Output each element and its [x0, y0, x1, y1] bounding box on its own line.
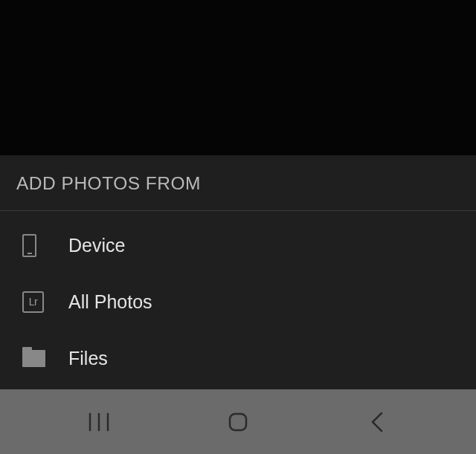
home-button[interactable]	[193, 400, 283, 444]
home-icon	[228, 412, 248, 432]
back-icon	[369, 411, 385, 433]
menu-item-device[interactable]: Device	[0, 217, 476, 273]
sheet-title: ADD PHOTOS FROM	[16, 173, 460, 194]
menu-item-all-photos[interactable]: Lr All Photos	[0, 273, 476, 330]
back-button[interactable]	[332, 400, 422, 444]
menu-item-label: All Photos	[68, 291, 152, 313]
folder-icon	[16, 350, 68, 367]
background-area	[0, 0, 476, 155]
device-icon	[16, 234, 68, 257]
lightroom-icon: Lr	[16, 291, 68, 313]
sheet-header: ADD PHOTOS FROM	[0, 155, 476, 211]
menu-item-files[interactable]: Files	[0, 330, 476, 386]
svg-rect-3	[230, 414, 246, 430]
recents-icon	[88, 412, 110, 432]
recents-button[interactable]	[54, 400, 144, 444]
menu-list: Device Lr All Photos Files	[0, 211, 476, 386]
menu-item-label: Files	[68, 348, 108, 369]
bottom-sheet: ADD PHOTOS FROM Device Lr All Photos Fil…	[0, 155, 476, 389]
navigation-bar	[0, 389, 476, 454]
menu-item-label: Device	[68, 235, 125, 256]
